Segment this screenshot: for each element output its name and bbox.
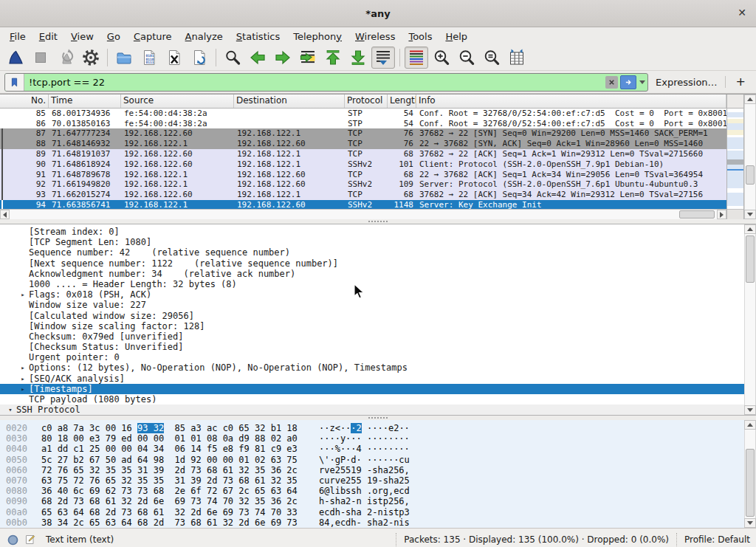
filter-bookmark-button[interactable] bbox=[5, 74, 24, 91]
capture-comment-button[interactable] bbox=[24, 533, 37, 546]
packet-row-92[interactable]: 9271.661949820192.168.122.1192.168.122.6… bbox=[0, 179, 726, 190]
hex-bytes[interactable]: a1 dd c1 25 00 00 04 34 06 14 f5 e8 f9 8… bbox=[41, 444, 307, 454]
filter-clear-button[interactable] bbox=[605, 76, 618, 89]
zoom-in-button[interactable] bbox=[430, 47, 453, 69]
hex-ascii[interactable]: 84,ecdh- sha2-nis bbox=[319, 517, 410, 528]
packet-minimap[interactable] bbox=[727, 109, 743, 209]
vscroll-track[interactable] bbox=[744, 104, 756, 210]
menu-help[interactable]: Help bbox=[439, 29, 474, 44]
go-last-packet-button[interactable] bbox=[346, 47, 370, 69]
menu-telephony[interactable]: Telephony bbox=[286, 29, 348, 44]
capture-options-button[interactable] bbox=[79, 47, 103, 69]
hex-vscrollbar[interactable] bbox=[744, 420, 756, 528]
hex-row-0030[interactable]: 003080 18 00 e3 79 ed 00 00 01 01 08 0a … bbox=[0, 433, 744, 444]
close-window-icon[interactable]: ✕ bbox=[735, 6, 749, 19]
go-to-packet-button[interactable] bbox=[296, 47, 320, 69]
column-header-no[interactable]: No. bbox=[0, 94, 49, 108]
colorize-button[interactable] bbox=[405, 47, 428, 69]
packet-row-89[interactable]: 8971.648191037192.168.122.60192.168.122.… bbox=[0, 149, 726, 159]
menu-wireless[interactable]: Wireless bbox=[348, 29, 402, 44]
packet-list-vscrollbar[interactable] bbox=[743, 94, 756, 219]
vscroll-handle[interactable] bbox=[746, 235, 755, 283]
zoom-original-button[interactable] bbox=[480, 47, 504, 69]
vscroll-track[interactable] bbox=[744, 430, 756, 518]
hex-row-0020[interactable]: 0020c0 a8 7a 3c 00 16 93 32 85 a3 ac c0 … bbox=[0, 423, 744, 433]
detail-row[interactable]: ▸Options: (12 bytes), No-Operation (NOP)… bbox=[0, 362, 744, 373]
go-previous-packet-button[interactable] bbox=[246, 47, 269, 69]
menu-tools[interactable]: Tools bbox=[402, 29, 439, 44]
stop-capture-button[interactable] bbox=[29, 47, 52, 69]
hex-row-00b0[interactable]: 00b038 34 2c 65 63 64 68 2d 73 68 61 32 … bbox=[0, 517, 744, 528]
detail-row[interactable]: ▸[Timestamps] bbox=[0, 384, 744, 394]
packet-row-91[interactable]: 9171.648789678192.168.122.1192.168.122.6… bbox=[0, 170, 726, 180]
hex-ascii[interactable]: 6@libssh .org,ecd bbox=[319, 486, 410, 496]
profile-text[interactable]: Profile: Default bbox=[684, 534, 750, 545]
vscroll-handle[interactable] bbox=[746, 165, 755, 185]
hex-bytes[interactable]: 38 34 2c 65 63 64 68 2d 73 68 61 32 2d 6… bbox=[41, 517, 307, 528]
column-header-info[interactable]: Info bbox=[416, 94, 726, 108]
column-header-source[interactable]: Source bbox=[121, 94, 234, 108]
menu-statistics[interactable]: Statistics bbox=[230, 29, 286, 44]
detail-row[interactable]: Sequence number: 42 (relative sequence n… bbox=[0, 247, 744, 258]
tree-collapsed-arrow-icon[interactable]: ▸ bbox=[17, 362, 29, 373]
detail-row[interactable]: Acknowledgment number: 34 (relative ack … bbox=[0, 269, 744, 279]
hex-row-0080[interactable]: 008036 40 6c 69 62 73 73 68 2e 6f 72 67 … bbox=[0, 486, 744, 496]
menu-capture[interactable]: Capture bbox=[127, 29, 179, 44]
add-filter-button[interactable]: + bbox=[732, 75, 752, 90]
menu-analyze[interactable]: Analyze bbox=[179, 29, 230, 44]
hex-ascii[interactable]: ··z<···2 ····e2·· bbox=[319, 423, 410, 433]
scroll-up-button[interactable] bbox=[744, 420, 756, 430]
detail-row[interactable]: [Stream index: 0] bbox=[0, 227, 744, 237]
menu-view[interactable]: View bbox=[64, 29, 100, 44]
menu-file[interactable]: File bbox=[3, 29, 32, 44]
packet-row-90[interactable]: 9071.648618924192.168.122.60192.168.122.… bbox=[0, 159, 726, 170]
detail-row[interactable]: ▾SSH Protocol bbox=[0, 405, 744, 415]
filter-history-dropdown[interactable] bbox=[636, 74, 647, 91]
detail-row[interactable]: [TCP Segment Len: 1080] bbox=[0, 237, 744, 247]
details-vscrollbar[interactable] bbox=[744, 224, 756, 415]
detail-row[interactable]: TCP payload (1080 bytes) bbox=[0, 394, 744, 405]
reload-file-button[interactable] bbox=[188, 47, 211, 69]
find-packet-button[interactable] bbox=[221, 47, 244, 69]
detail-row[interactable]: [Next sequence number: 1122 (relative se… bbox=[0, 258, 744, 269]
display-filter-input[interactable]: !tcp.port == 22 bbox=[4, 73, 648, 92]
hscroll-track[interactable] bbox=[10, 210, 717, 219]
scroll-up-button[interactable] bbox=[744, 94, 756, 104]
start-capture-button[interactable] bbox=[4, 47, 27, 69]
go-first-packet-button[interactable] bbox=[321, 47, 345, 69]
column-header-length[interactable]: Length bbox=[388, 94, 416, 108]
close-file-button[interactable] bbox=[162, 47, 186, 69]
packet-row-85[interactable]: 8568.001734936fe:54:00:d4:38:2aSTP54Conf… bbox=[0, 109, 726, 119]
scroll-right-button[interactable] bbox=[717, 210, 726, 219]
vscroll-handle[interactable] bbox=[746, 449, 755, 517]
packet-row-88[interactable]: 8871.648146932192.168.122.1192.168.122.6… bbox=[0, 139, 726, 149]
hex-row-0050[interactable]: 00505c 27 b2 67 50 ad 64 98 1d 92 00 00 … bbox=[0, 455, 744, 465]
vscroll-track[interactable] bbox=[744, 234, 756, 405]
intelligent-scrollbar[interactable] bbox=[726, 94, 743, 219]
detail-row[interactable]: [Checksum Status: Unverified] bbox=[0, 342, 744, 352]
auto-scroll-button[interactable] bbox=[371, 47, 395, 69]
zoom-out-button[interactable] bbox=[455, 47, 478, 69]
hex-bytes[interactable]: c0 a8 7a 3c 00 16 93 32 85 a3 ac c0 65 3… bbox=[41, 423, 307, 433]
go-next-packet-button[interactable] bbox=[271, 47, 295, 69]
packet-row-86[interactable]: 8670.013850163fe:54:00:d4:38:2aSTP54Conf… bbox=[0, 119, 726, 129]
detail-row[interactable]: Window size value: 227 bbox=[0, 300, 744, 310]
packet-row-93[interactable]: 9371.662015274192.168.122.60192.168.122.… bbox=[0, 190, 726, 200]
hex-row-0070[interactable]: 007063 75 72 76 65 32 35 35 31 39 2d 73 … bbox=[0, 475, 744, 486]
column-header-protocol[interactable]: Protocol bbox=[345, 94, 388, 108]
tree-collapsed-arrow-icon[interactable]: ▸ bbox=[17, 384, 29, 394]
title-bar[interactable]: *any ✕ bbox=[0, 0, 756, 27]
tree-expanded-arrow-icon[interactable]: ▾ bbox=[4, 405, 16, 415]
hscroll-handle[interactable] bbox=[679, 210, 715, 219]
hex-bytes[interactable]: 72 76 65 32 35 35 31 39 2d 73 68 61 32 3… bbox=[41, 465, 307, 475]
menu-go[interactable]: Go bbox=[100, 29, 127, 44]
hex-row-0040[interactable]: 0040a1 dd c1 25 00 00 04 34 06 14 f5 e8 … bbox=[0, 444, 744, 454]
menu-edit[interactable]: Edit bbox=[32, 29, 64, 44]
column-header-time[interactable]: Time bbox=[49, 94, 121, 108]
scroll-up-button[interactable] bbox=[744, 224, 756, 234]
expression-button[interactable]: Expression… bbox=[654, 77, 719, 88]
hex-bytes[interactable]: 36 40 6c 69 62 73 73 68 2e 6f 72 67 2c 6… bbox=[41, 486, 307, 496]
hex-ascii[interactable]: h-sha2-n istp256, bbox=[319, 496, 410, 506]
hex-ascii[interactable]: ecdh-sha 2-nistp3 bbox=[319, 507, 410, 517]
detail-row[interactable]: Urgent pointer: 0 bbox=[0, 352, 744, 362]
